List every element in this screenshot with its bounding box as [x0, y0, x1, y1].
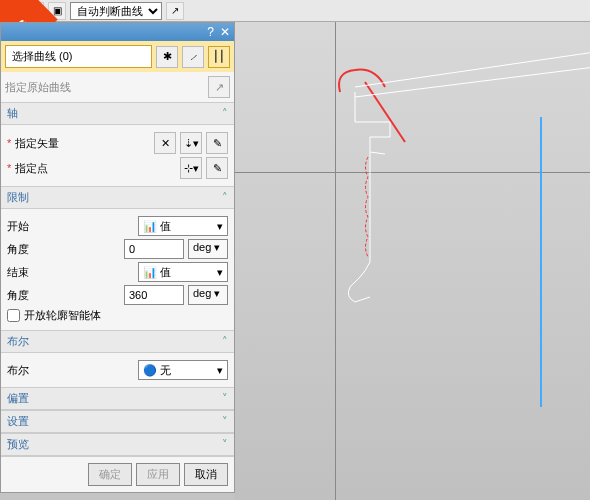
point-action-icon[interactable]: ✎ [206, 157, 228, 179]
vector-action-icon[interactable]: ✎ [206, 132, 228, 154]
profile-icon[interactable]: ⎮⎮ [208, 46, 230, 68]
vector-label: 指定矢量 [15, 136, 150, 151]
apply-button[interactable]: 应用 [136, 463, 180, 486]
filter-icon[interactable]: ✱ [156, 46, 178, 68]
ok-button[interactable]: 确定 [88, 463, 132, 486]
bool-mode-select[interactable]: 🔵 无▾ [138, 360, 228, 380]
chevron-up-icon: ˄ [222, 335, 228, 348]
cancel-button[interactable]: 取消 [184, 463, 228, 486]
blue-edge [540, 117, 542, 407]
chevron-up-icon: ˄ [222, 191, 228, 204]
button-bar: 确定 应用 取消 [1, 456, 234, 492]
section-offset[interactable]: 偏置˅ [1, 387, 234, 410]
required-icon: * [7, 137, 11, 149]
close-icon[interactable]: ✕ [220, 25, 230, 39]
chevron-up-icon: ˄ [222, 107, 228, 120]
vector-picker-icon[interactable]: ✕ [154, 132, 176, 154]
section-axis[interactable]: 轴˄ [1, 102, 234, 125]
curve-filter-select[interactable]: 自动判断曲线 [70, 2, 162, 20]
chevron-down-icon: ˅ [222, 392, 228, 405]
sketch-geometry [335, 62, 590, 382]
help-icon[interactable]: ? [207, 25, 214, 39]
section-preview[interactable]: 预览˅ [1, 433, 234, 456]
hint-label: 指定原始曲线 [5, 80, 71, 95]
section-bool[interactable]: 布尔˄ [1, 330, 234, 353]
start-mode-select[interactable]: 📊 值▾ [138, 216, 228, 236]
end-angle-input[interactable] [124, 285, 184, 305]
start-label: 开始 [7, 219, 134, 234]
angle-label: 角度 [7, 242, 120, 257]
chevron-down-icon: ˅ [222, 438, 228, 451]
start-angle-input[interactable] [124, 239, 184, 259]
panel-header: ? ✕ [1, 23, 234, 41]
open-profile-checkbox[interactable] [7, 309, 20, 322]
chevron-down-icon: ˅ [222, 415, 228, 428]
vector-dropdown-icon[interactable]: ⇣▾ [180, 132, 202, 154]
hint-row: 指定原始曲线 ↗ [1, 72, 234, 102]
unit-select[interactable]: deg ▾ [188, 285, 228, 305]
dialog-panel: ? ✕ 选择曲线 (0) ✱ ⟋ ⎮⎮ 指定原始曲线 ↗ 轴˄ *指定矢量 ✕ … [0, 22, 235, 493]
angle-label: 角度 [7, 288, 120, 303]
select-curve-field[interactable]: 选择曲线 (0) [5, 45, 152, 68]
curve-icon[interactable]: ⟋ [182, 46, 204, 68]
toolbar-icon[interactable]: ↗ [166, 2, 184, 20]
point-label: 指定点 [15, 161, 176, 176]
top-toolbar: ▦ ▫ ▣ 自动判断曲线 ↗ [0, 0, 590, 22]
unit-select[interactable]: deg ▾ [188, 239, 228, 259]
section-limit[interactable]: 限制˄ [1, 186, 234, 209]
bool-label: 布尔 [7, 363, 134, 378]
end-label: 结束 [7, 265, 134, 280]
required-icon: * [7, 162, 11, 174]
open-profile-label: 开放轮廓智能体 [24, 308, 101, 323]
viewport-3d[interactable] [235, 22, 590, 500]
section-settings[interactable]: 设置˅ [1, 410, 234, 433]
sketch-icon[interactable]: ↗ [208, 76, 230, 98]
point-dropdown-icon[interactable]: ⊹▾ [180, 157, 202, 179]
end-mode-select[interactable]: 📊 值▾ [138, 262, 228, 282]
selection-row: 选择曲线 (0) ✱ ⟋ ⎮⎮ [1, 41, 234, 72]
